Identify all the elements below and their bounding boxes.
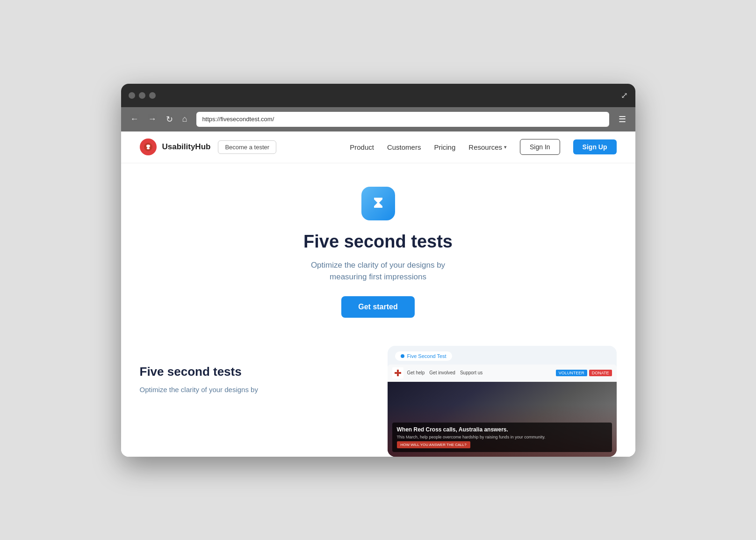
svg-rect-4: [395, 372, 401, 374]
hero-section: Five second tests Optimize the clarity o…: [121, 163, 635, 336]
overlay-text: This March, help people overcome hardshi…: [397, 435, 607, 439]
home-button[interactable]: ⌂: [180, 112, 190, 126]
traffic-light-maximize[interactable]: [149, 92, 156, 99]
hero-title: Five second tests: [303, 232, 453, 252]
nav-pricing[interactable]: Pricing: [434, 143, 455, 151]
lower-section: Five second tests Optimize the clarity o…: [121, 336, 635, 457]
donate-button[interactable]: DONATE: [589, 370, 612, 376]
hourglass-icon: [370, 195, 387, 212]
hero-icon: [361, 187, 395, 220]
overlay-title: When Red Cross calls, Australia answers.: [397, 426, 607, 433]
svg-point-2: [147, 147, 150, 149]
browser-mockup: Five Second Test Get help: [388, 346, 617, 457]
logo-svg: [144, 142, 153, 152]
logo-area: UsabilityHub Become a tester: [140, 139, 277, 155]
red-cross-logo: [392, 367, 403, 379]
navbar: UsabilityHub Become a tester Product Cus…: [121, 131, 635, 163]
nav-resources[interactable]: Resources ▾: [468, 143, 507, 151]
address-bar[interactable]: https://fivesecondtest.com/: [196, 112, 609, 127]
lower-text: Optimize the clarity of your designs by: [140, 385, 369, 395]
toolbar: ← → ↻ ⌂ https://fivesecondtest.com/ ☰: [121, 107, 635, 131]
nav-product[interactable]: Product: [350, 143, 374, 151]
menu-icon[interactable]: ☰: [616, 112, 629, 126]
action-buttons: VOLUNTEER DONATE: [556, 370, 612, 376]
mockup-screenshot: Get help Get involved Support us VOLUNTE…: [388, 365, 617, 457]
header-links: Get help Get involved Support us: [407, 370, 483, 375]
logo-icon: [140, 139, 157, 155]
back-button[interactable]: ←: [128, 112, 142, 126]
get-started-button[interactable]: Get started: [341, 296, 414, 318]
how-will-cta: HOW WILL YOU ANSWER THE CALL?: [397, 441, 470, 448]
lower-right: Five Second Test Get help: [388, 346, 617, 457]
red-cross-icon: [394, 369, 402, 377]
nav-customers[interactable]: Customers: [387, 143, 421, 151]
mockup-label: Five Second Test: [395, 351, 452, 361]
nav-resources-label: Resources: [468, 143, 502, 151]
become-tester-button[interactable]: Become a tester: [218, 140, 276, 154]
mockup-label-text: Five Second Test: [407, 353, 446, 359]
svg-point-1: [146, 145, 150, 147]
traffic-lights: [129, 92, 156, 99]
website-content: UsabilityHub Become a tester Product Cus…: [121, 131, 635, 457]
title-bar: ⤢: [121, 84, 635, 107]
link-get-involved: Get involved: [429, 370, 455, 375]
volunteer-button[interactable]: VOLUNTEER: [556, 370, 587, 376]
lower-title: Five second tests: [140, 365, 369, 379]
sign-in-button[interactable]: Sign In: [520, 139, 560, 155]
sign-up-button[interactable]: Sign Up: [573, 139, 617, 154]
chevron-down-icon: ▾: [504, 144, 507, 150]
lower-left: Five second tests Optimize the clarity o…: [140, 346, 369, 395]
nav-links: Product Customers Pricing Resources ▾ Si…: [350, 139, 616, 155]
expand-icon[interactable]: ⤢: [621, 90, 628, 101]
link-get-help: Get help: [407, 370, 425, 375]
mockup-dot: [401, 354, 404, 358]
traffic-light-minimize[interactable]: [139, 92, 145, 99]
traffic-light-close[interactable]: [129, 92, 135, 99]
browser-window: ⤢ ← → ↻ ⌂ https://fivesecondtest.com/ ☰: [121, 84, 635, 457]
logo-text: UsabilityHub: [162, 142, 211, 152]
screenshot-header: Get help Get involved Support us VOLUNTE…: [388, 365, 617, 382]
link-support-us: Support us: [460, 370, 482, 375]
screenshot-image: When Red Cross calls, Australia answers.…: [388, 382, 617, 457]
forward-button[interactable]: →: [145, 112, 159, 126]
screenshot-overlay: When Red Cross calls, Australia answers.…: [392, 423, 612, 452]
url-text: https://fivesecondtest.com/: [202, 116, 274, 123]
hero-subtitle: Optimize the clarity of your designs by …: [299, 259, 458, 283]
refresh-button[interactable]: ↻: [163, 112, 176, 126]
